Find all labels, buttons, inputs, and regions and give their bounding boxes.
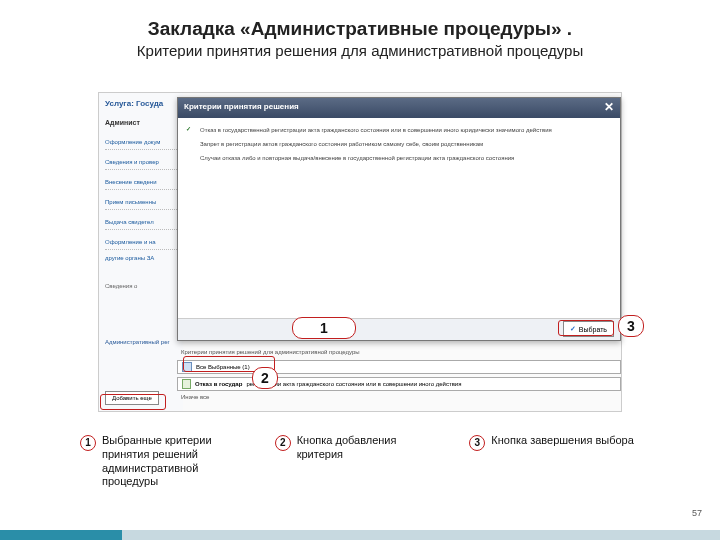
- chosen-criterion[interactable]: Отказ в государ регистрации акта граждан…: [177, 377, 621, 391]
- criterion-item[interactable]: Отказ в государственной регистрации акта…: [186, 124, 612, 138]
- nav-item[interactable]: Выдача свидетел: [105, 219, 177, 230]
- mark-rect-3: [558, 320, 614, 336]
- nav-item[interactable]: Прием письменны: [105, 199, 177, 210]
- legend-item: 2 Кнопка добавления критерия: [275, 434, 446, 489]
- legend: 1 Выбранные критерии принятия решений ад…: [80, 434, 640, 489]
- svedeniya-label: Сведения о: [105, 283, 177, 293]
- admin-reg-label: Административный рег: [105, 339, 177, 349]
- nav-item[interactable]: Сведения и провер: [105, 159, 177, 170]
- footer-fill: [122, 530, 720, 540]
- sidebar: Услуга: Госуда Админист Оформление докум…: [99, 93, 183, 411]
- footer-accent: [0, 530, 122, 540]
- legend-text: Кнопка завершения выбора: [491, 434, 633, 489]
- callout-1: 1: [292, 317, 356, 339]
- slide-title: Закладка «Административные процедуры» .: [0, 0, 720, 40]
- document-icon: [182, 379, 191, 389]
- mark-rect-2: [100, 394, 166, 410]
- legend-text: Кнопка добавления критерия: [297, 434, 446, 489]
- modal-header: Критерии принятия решения ✕: [178, 98, 620, 118]
- lower-panel: Критерии принятия решений для администра…: [177, 345, 621, 400]
- nav-item[interactable]: Оформление докум: [105, 139, 177, 150]
- modal-footer: ✓ Выбрать: [178, 318, 620, 340]
- page-number: 57: [692, 508, 702, 518]
- legend-item: 3 Кнопка завершения выбора: [469, 434, 640, 489]
- app-screenshot: Услуга: Госуда Админист Оформление докум…: [98, 92, 622, 412]
- service-label: Услуга: Госуда: [105, 99, 163, 108]
- modal-body: Отказ в государственной регистрации акта…: [178, 118, 620, 171]
- slide-subtitle: Критерии принятия решения для администра…: [0, 40, 720, 69]
- all-sub-label: Иначе все: [177, 391, 621, 400]
- modal-title: Критерии принятия решения: [184, 102, 299, 111]
- callout-3: 3: [618, 315, 644, 337]
- legend-item: 1 Выбранные критерии принятия решений ад…: [80, 434, 251, 489]
- nav-item[interactable]: другие органы ЗА: [105, 255, 177, 265]
- criteria-modal: Критерии принятия решения ✕ Отказ в госу…: [177, 97, 621, 341]
- criterion-item[interactable]: Случаи отказа либо и повторная выдача/вн…: [186, 152, 612, 166]
- admin-label: Админист: [105, 119, 140, 126]
- chosen-text: регистрации акта гражданского состояния …: [246, 381, 461, 387]
- criterion-item[interactable]: Запрет в регистрации актов гражданского …: [186, 138, 612, 152]
- nav-item[interactable]: Внесение сведени: [105, 179, 177, 190]
- legend-num: 1: [80, 435, 96, 451]
- callout-2: 2: [252, 367, 278, 389]
- legend-text: Выбранные критерии принятия решений адми…: [102, 434, 251, 489]
- chosen-head: Отказ в государ: [195, 381, 242, 387]
- close-icon[interactable]: ✕: [602, 100, 616, 114]
- nav-item[interactable]: Оформление и на: [105, 239, 177, 250]
- footer-bar: [0, 530, 720, 540]
- legend-num: 3: [469, 435, 485, 451]
- legend-num: 2: [275, 435, 291, 451]
